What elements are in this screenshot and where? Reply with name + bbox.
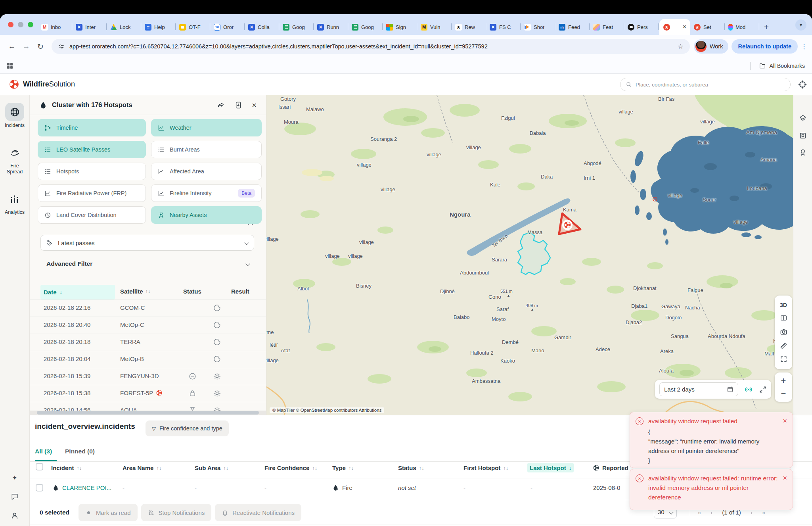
minimize-window-button[interactable] [18, 22, 23, 27]
panel-toggle-button[interactable]: Burnt Areas [151, 141, 262, 158]
share-icon[interactable] [217, 101, 225, 109]
map-layers-icon[interactable] [799, 114, 807, 122]
column-header[interactable]: Type ↑↓ [330, 463, 356, 472]
incidents-tab[interactable]: All (3) [35, 448, 52, 455]
column-header-date[interactable]: Date↓ [40, 285, 115, 299]
screenshot-camera-icon[interactable] [780, 328, 787, 336]
panel-toggle-button[interactable]: Land Cover Distribution [38, 206, 146, 224]
relaunch-to-update-button[interactable]: Relaunch to update [732, 39, 798, 54]
browser-tab[interactable]: Inbo [38, 19, 72, 35]
browser-tab[interactable]: Shor [521, 19, 555, 35]
reload-icon[interactable]: ↻ [33, 39, 48, 54]
browser-tab[interactable]: OT-F [176, 19, 210, 35]
column-header[interactable]: Sub Area ↑↓ [192, 463, 231, 472]
column-header[interactable]: Last Hotspot ↓ [527, 463, 574, 472]
browser-profile-chip[interactable]: Work [694, 39, 729, 54]
browser-tab[interactable]: Oror [210, 19, 245, 35]
row-checkbox[interactable] [36, 484, 43, 491]
sidebar-item-incidents[interactable]: Incidents [0, 95, 29, 129]
incident-cell[interactable]: - [123, 483, 124, 492]
column-header-result[interactable]: Result [231, 288, 249, 295]
incident-cell[interactable]: - [264, 483, 266, 492]
browser-tab[interactable]: Set [690, 19, 725, 35]
incident-cell[interactable]: - [195, 483, 197, 492]
map-attribution[interactable]: © MapTiler © OpenStreetMap contributors … [270, 407, 384, 413]
table-row[interactable]: 2026-02-18 20:40 MetOp-C [30, 317, 266, 334]
time-range-select[interactable]: Last 2 days [659, 382, 738, 396]
export-report-icon[interactable] [234, 101, 242, 109]
browser-tab[interactable]: Inter [72, 19, 107, 35]
account-person-icon[interactable] [11, 512, 19, 520]
browser-tab[interactable]: FS C [486, 19, 521, 35]
browser-tab[interactable]: Feed [555, 19, 590, 35]
passes-filter-select[interactable]: Latest passes [40, 235, 254, 251]
area-frame-icon[interactable] [799, 132, 807, 140]
browser-menu-icon[interactable]: ⋮ [801, 43, 807, 50]
browser-tab[interactable]: Feat [590, 19, 624, 35]
apps-grid-icon[interactable] [7, 63, 13, 69]
incident-cell[interactable]: not set [398, 483, 416, 492]
table-row[interactable]: 2026-02-18 20:18 TERRA [30, 334, 266, 351]
panel-toggle-button[interactable]: Fireline Intensity Beta [151, 184, 262, 202]
incident-cell[interactable]: - [463, 483, 465, 492]
back-icon[interactable]: ← [5, 39, 19, 54]
address-bar[interactable]: app-test.ororatech.com/?c=16.6520704,12.… [52, 39, 690, 54]
column-header-satellite[interactable]: Satellite↑↓ [120, 288, 151, 295]
bulk-action-button[interactable]: Reactivate Notifications [215, 504, 301, 521]
close-window-button[interactable] [8, 22, 13, 27]
incident-cell[interactable]: Fire [332, 483, 352, 492]
browser-tab[interactable]: Vuln [417, 19, 452, 35]
incident-cell[interactable]: CLARENCE POI... [52, 483, 111, 492]
browser-tab[interactable]: Colla [245, 19, 279, 35]
browser-tab[interactable]: Runn [314, 19, 348, 35]
browser-tab[interactable]: Goog [348, 19, 383, 35]
feedback-chat-icon[interactable] [11, 493, 19, 501]
table-row[interactable]: 2026-02-18 20:04 MetOp-B [30, 351, 266, 368]
sidebar-item-fire-spread[interactable]: Fire Spread [0, 136, 29, 175]
browser-tab[interactable]: Mod [725, 19, 759, 35]
forward-icon[interactable]: → [19, 39, 33, 54]
browser-tab[interactable]: Pers [624, 19, 659, 35]
close-tab-icon[interactable]: × [683, 24, 686, 30]
expand-timeline-icon[interactable] [759, 386, 767, 394]
column-header[interactable]: Incident ↑↓ [49, 463, 84, 472]
close-toast-icon[interactable]: × [783, 474, 787, 482]
browser-tab[interactable]: Help [141, 19, 176, 35]
all-bookmarks[interactable]: All Bookmarks [750, 62, 805, 70]
panel-toggle-button[interactable]: Weather [151, 119, 262, 136]
fire-confidence-filter-chip[interactable]: ▽ Fire confidence and type [146, 420, 229, 436]
url-text[interactable]: app-test.ororatech.com/?c=16.6520704,12.… [69, 43, 673, 50]
browser-tab[interactable]: Goog [279, 19, 314, 35]
panel-toggle-button[interactable]: LEO Satellite Passes [38, 141, 146, 158]
zoom-window-button[interactable] [28, 22, 33, 27]
map-canvas[interactable]: GotoryIssariMalawoMouraFziguiSouranga 2B… [266, 95, 793, 415]
toggle-3d-button[interactable]: 3D [780, 302, 787, 308]
incident-cell[interactable]: 2025-08-0 [593, 483, 620, 492]
column-header[interactable]: First Hotspot ↑↓ [461, 463, 511, 472]
panel-toggle-button[interactable]: Nearby Assets [151, 206, 262, 224]
active-browser-tab[interactable]: × [659, 19, 690, 35]
panel-toggle-button[interactable]: Fire Radiative Power (FRP) [38, 184, 146, 202]
close-icon[interactable]: × [252, 101, 257, 109]
browser-tab[interactable]: Rew [452, 19, 486, 35]
table-row[interactable]: 2026-02-18 15:38 FOREST-5P [30, 385, 266, 402]
bulk-action-button[interactable]: Mark as read [79, 504, 138, 521]
column-header-status[interactable]: Status [183, 288, 201, 295]
browser-tab[interactable]: Lock [107, 19, 141, 35]
map-search-input[interactable]: Place, coordinates, or subarea [620, 78, 791, 91]
table-row[interactable]: 2026-02-18 22:16 GCOM-C [30, 299, 266, 317]
zoom-out-button[interactable]: − [781, 389, 786, 398]
bookmark-star-icon[interactable]: ☆ [678, 42, 684, 51]
site-settings-icon[interactable] [58, 43, 65, 50]
close-toast-icon[interactable]: × [783, 417, 787, 424]
column-header[interactable]: Area Name ↑↓ [120, 463, 164, 472]
new-tab-button[interactable]: + [759, 19, 774, 35]
column-header[interactable]: Reported [590, 463, 634, 472]
horizontal-scrollbar[interactable] [30, 411, 266, 415]
table-row[interactable]: 2026-02-18 15:39 FENGYUN-3D [30, 368, 266, 385]
incidents-tab[interactable]: Pinned (0) [65, 448, 95, 455]
sidebar-item-analytics[interactable]: Analytics [0, 182, 29, 215]
advanced-filter-toggle[interactable]: Advanced Filter [46, 260, 249, 267]
select-all-checkbox[interactable] [36, 463, 43, 470]
live-broadcast-icon[interactable] [745, 386, 753, 394]
